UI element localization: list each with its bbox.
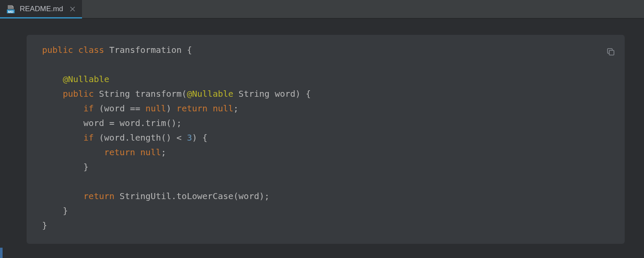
copy-icon[interactable] [607,48,614,57]
file-badge-text: MD [8,10,14,14]
tab-filename: README.md [20,5,63,13]
tab-bar: MD README.md [0,0,644,18]
markdown-file-icon: MD [6,4,15,14]
svg-rect-2 [609,50,614,55]
left-marker [0,248,3,258]
code-content: public class Transformation { @Nullable … [42,43,615,233]
editor-tab[interactable]: MD README.md [0,0,82,18]
code-block: public class Transformation { @Nullable … [27,35,625,244]
editor-area: public class Transformation { @Nullable … [0,18,644,258]
close-tab-icon[interactable] [69,5,76,13]
markdown-preview-pane[interactable]: public class Transformation { @Nullable … [0,18,644,258]
